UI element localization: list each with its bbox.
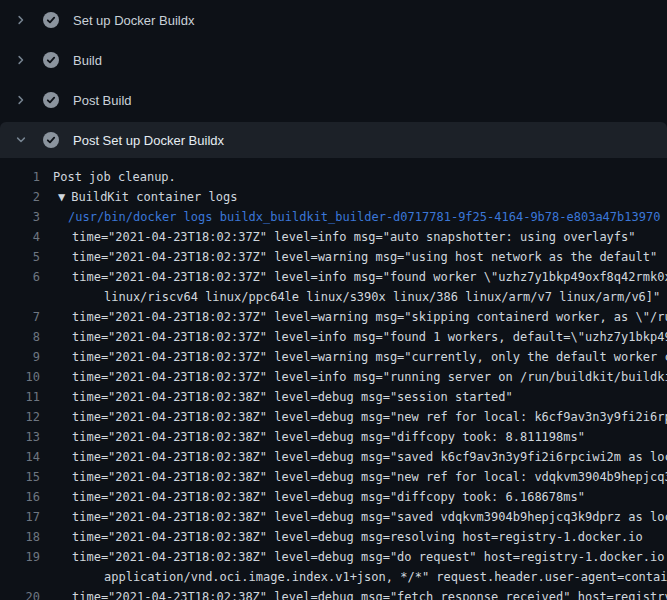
step-header-post-build[interactable]: Post Build bbox=[0, 80, 667, 120]
chevron-right-icon[interactable] bbox=[13, 52, 29, 68]
check-circle-icon bbox=[43, 52, 59, 68]
log-text: time="2021-04-23T18:02:38Z" level=debug … bbox=[40, 587, 667, 600]
log-text: time="2021-04-23T18:02:37Z" level=info m… bbox=[40, 367, 667, 387]
check-circle-icon bbox=[43, 132, 59, 148]
log-line-number[interactable]: 5 bbox=[0, 247, 40, 267]
log-line-number[interactable]: 19 bbox=[0, 547, 40, 567]
log-line-number[interactable]: 4 bbox=[0, 227, 40, 247]
log-text: time="2021-04-23T18:02:38Z" level=debug … bbox=[40, 547, 667, 567]
log-line: linux/riscv64 linux/ppc64le linux/s390x … bbox=[0, 287, 667, 307]
log-text: time="2021-04-23T18:02:37Z" level=warnin… bbox=[40, 347, 667, 367]
step-header-post-set-up-docker-buildx[interactable]: Post Set up Docker Buildx bbox=[0, 122, 667, 158]
log-line-number[interactable]: 1 bbox=[0, 167, 40, 187]
log-line: 13time="2021-04-23T18:02:38Z" level=debu… bbox=[0, 427, 667, 447]
log-line: 7time="2021-04-23T18:02:37Z" level=warni… bbox=[0, 307, 667, 327]
log-text: time="2021-04-23T18:02:38Z" level=debug … bbox=[40, 507, 667, 527]
log-text: time="2021-04-23T18:02:38Z" level=debug … bbox=[40, 427, 585, 447]
check-circle-icon bbox=[43, 92, 59, 108]
log-line: 16time="2021-04-23T18:02:38Z" level=debu… bbox=[0, 487, 667, 507]
log-line: 9time="2021-04-23T18:02:37Z" level=warni… bbox=[0, 347, 667, 367]
log-line: 10time="2021-04-23T18:02:37Z" level=info… bbox=[0, 367, 667, 387]
log-line-number[interactable]: 12 bbox=[0, 407, 40, 427]
log-line: 1Post job cleanup. bbox=[0, 167, 667, 187]
log-text: time="2021-04-23T18:02:38Z" level=debug … bbox=[40, 447, 667, 467]
log-line-number[interactable]: 14 bbox=[0, 447, 40, 467]
log-text: time="2021-04-23T18:02:37Z" level=info m… bbox=[40, 327, 667, 347]
step-header-set-up-docker-buildx[interactable]: Set up Docker Buildx bbox=[0, 0, 667, 40]
group-toggle-icon[interactable]: ▼ bbox=[40, 187, 65, 207]
log-line-number[interactable]: 10 bbox=[0, 367, 40, 387]
step-header-build[interactable]: Build bbox=[0, 40, 667, 80]
log-line-number bbox=[0, 567, 40, 587]
log-line-number[interactable]: 8 bbox=[0, 327, 40, 347]
chevron-right-icon[interactable] bbox=[13, 12, 29, 28]
step-label: Build bbox=[73, 53, 102, 68]
log-line-number[interactable]: 13 bbox=[0, 427, 40, 447]
log-line: 12time="2021-04-23T18:02:38Z" level=debu… bbox=[0, 407, 667, 427]
log-text: linux/riscv64 linux/ppc64le linux/s390x … bbox=[40, 287, 660, 307]
log-line-number[interactable]: 17 bbox=[0, 507, 40, 527]
log-line: 8time="2021-04-23T18:02:37Z" level=info … bbox=[0, 327, 667, 347]
log-line-number[interactable]: 3 bbox=[0, 207, 40, 227]
step-label: Post Set up Docker Buildx bbox=[73, 133, 224, 148]
log-text: time="2021-04-23T18:02:38Z" level=debug … bbox=[40, 407, 667, 427]
log-line: 14time="2021-04-23T18:02:38Z" level=debu… bbox=[0, 447, 667, 467]
log-line: 11time="2021-04-23T18:02:38Z" level=debu… bbox=[0, 387, 667, 407]
log-text: Post job cleanup. bbox=[40, 167, 176, 187]
log-line-number[interactable]: 7 bbox=[0, 307, 40, 327]
log-line-number[interactable]: 16 bbox=[0, 487, 40, 507]
log-command-text: /usr/bin/docker logs buildx_buildkit_bui… bbox=[40, 207, 660, 227]
log-text: time="2021-04-23T18:02:38Z" level=debug … bbox=[40, 527, 643, 547]
chevron-right-icon[interactable] bbox=[13, 92, 29, 108]
log-line-number bbox=[0, 287, 40, 307]
log-line-number[interactable]: 18 bbox=[0, 527, 40, 547]
check-circle-icon bbox=[43, 12, 59, 28]
log-line-number[interactable]: 11 bbox=[0, 387, 40, 407]
log-line: application/vnd.oci.image.index.v1+json,… bbox=[0, 567, 667, 587]
log-text: application/vnd.oci.image.index.v1+json,… bbox=[40, 567, 667, 587]
steps-list: Set up Docker BuildxBuildPost BuildPost … bbox=[0, 0, 667, 158]
log-line: 2▼BuildKit container logs bbox=[0, 187, 667, 207]
log-line: 4time="2021-04-23T18:02:37Z" level=info … bbox=[0, 227, 667, 247]
step-label: Post Build bbox=[73, 93, 132, 108]
log-line-number[interactable]: 20 bbox=[0, 587, 40, 600]
log-line-number[interactable]: 6 bbox=[0, 267, 40, 287]
log-viewer[interactable]: 1Post job cleanup.2▼BuildKit container l… bbox=[0, 158, 667, 600]
log-text: time="2021-04-23T18:02:37Z" level=info m… bbox=[40, 267, 667, 287]
log-line: 18time="2021-04-23T18:02:38Z" level=debu… bbox=[0, 527, 667, 547]
log-text: time="2021-04-23T18:02:38Z" level=debug … bbox=[40, 467, 667, 487]
log-line-number[interactable]: 2 bbox=[0, 187, 40, 207]
log-text: time="2021-04-23T18:02:38Z" level=debug … bbox=[40, 487, 585, 507]
log-text: time="2021-04-23T18:02:38Z" level=debug … bbox=[40, 387, 513, 407]
log-line-number[interactable]: 9 bbox=[0, 347, 40, 367]
log-text: time="2021-04-23T18:02:37Z" level=warnin… bbox=[40, 307, 667, 327]
log-group-title[interactable]: BuildKit container logs bbox=[65, 187, 237, 207]
log-text: time="2021-04-23T18:02:37Z" level=info m… bbox=[40, 227, 636, 247]
log-line: 15time="2021-04-23T18:02:38Z" level=debu… bbox=[0, 467, 667, 487]
log-line: 20time="2021-04-23T18:02:38Z" level=debu… bbox=[0, 587, 667, 600]
step-label: Set up Docker Buildx bbox=[73, 13, 194, 28]
log-line: 3/usr/bin/docker logs buildx_buildkit_bu… bbox=[0, 207, 667, 227]
chevron-down-icon[interactable] bbox=[13, 132, 29, 148]
log-line: 17time="2021-04-23T18:02:38Z" level=debu… bbox=[0, 507, 667, 527]
log-line: 5time="2021-04-23T18:02:37Z" level=warni… bbox=[0, 247, 667, 267]
log-text: time="2021-04-23T18:02:37Z" level=warnin… bbox=[40, 247, 657, 267]
log-line-number[interactable]: 15 bbox=[0, 467, 40, 487]
log-line: 6time="2021-04-23T18:02:37Z" level=info … bbox=[0, 267, 667, 287]
log-line: 19time="2021-04-23T18:02:38Z" level=debu… bbox=[0, 547, 667, 567]
